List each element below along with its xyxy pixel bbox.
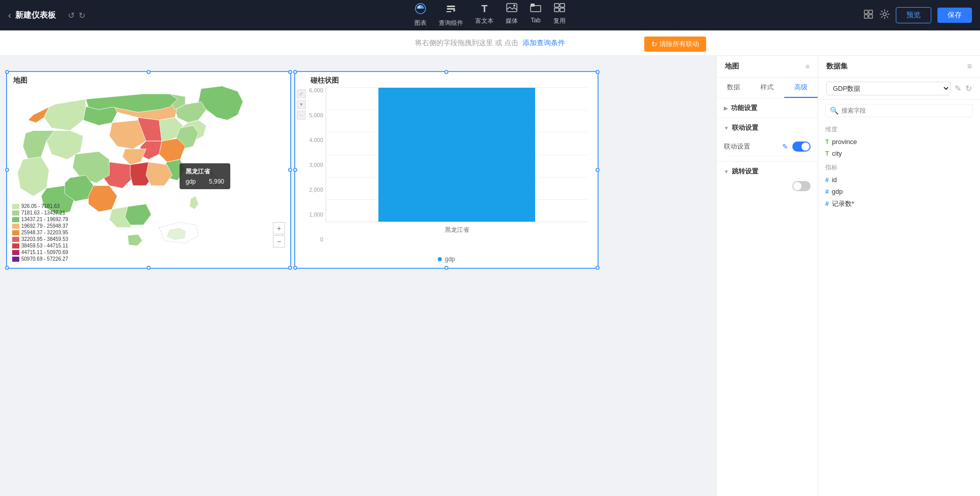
chart-expand-icon[interactable]: ⤢ (297, 89, 306, 98)
preview-button[interactable]: 预览 (896, 7, 931, 23)
jump-settings-toggle[interactable]: ▼ 跳转设置 (724, 167, 811, 176)
tool-chart-label: 图表 (414, 19, 427, 27)
linkage-toggle[interactable] (792, 141, 811, 152)
linkage-row: 联动设置 ✎ (724, 137, 811, 156)
map-zoom-out[interactable]: − (273, 235, 285, 247)
legend-dot-gdp (438, 257, 442, 261)
dataset-selector: GDP数据 ✎ ↻ (818, 78, 980, 100)
tool-query-label: 查询组件 (439, 19, 463, 27)
tool-query[interactable]: 查询组件 (439, 3, 463, 27)
media-icon (506, 3, 517, 15)
add-filter-link[interactable]: 添加查询条件 (522, 39, 565, 48)
field-record-count: # 记录数* (825, 197, 973, 210)
chart-more-icon[interactable]: ··· (297, 111, 306, 120)
reuse-icon (554, 3, 565, 15)
svg-rect-1 (447, 6, 455, 7)
tool-richtext[interactable]: T 富文本 (475, 3, 494, 27)
dataset-panel: 数据集 ≡ GDP数据 ✎ ↻ 🔍 维度 T province T (818, 56, 980, 496)
undo-button[interactable]: ↺ (68, 11, 75, 20)
save-button[interactable]: 保存 (937, 8, 972, 23)
metric-label: 指标 (825, 163, 973, 172)
field-name-count: 记录数* (832, 199, 854, 208)
tab-icon (530, 3, 541, 15)
config-panel-title: 地图 (725, 62, 739, 71)
nav-right-actions: 预览 保存 (863, 7, 972, 23)
tool-tab[interactable]: Tab (530, 3, 541, 27)
jump-settings-section: ▼ 跳转设置 (717, 162, 818, 196)
tooltip-value: 5,990 (209, 178, 224, 185)
field-name-province: province (832, 138, 857, 146)
field-type-T-city: T (825, 150, 829, 157)
jump-toggle-knob (793, 182, 801, 190)
svg-rect-14 (864, 15, 868, 18)
tool-media[interactable]: 媒体 (506, 3, 518, 27)
field-id: # id (825, 174, 973, 186)
svg-rect-4 (507, 4, 517, 12)
richtext-icon: T (481, 3, 487, 15)
page-title: 新建仪表板 (15, 10, 56, 21)
layout-icon-button[interactable] (863, 9, 873, 22)
chart-bar-area: 黑龙江省 (326, 87, 587, 222)
y-label-3000: 3,000 (300, 162, 323, 168)
svg-rect-12 (864, 10, 868, 14)
filter-bar: 将右侧的字段拖拽到这里 或 点击 添加查询条件 ↻ 清除所有联动 (0, 30, 980, 56)
settings-icon-button[interactable] (880, 9, 890, 22)
jump-body (724, 181, 811, 191)
tab-data[interactable]: 数据 (717, 78, 750, 98)
svg-rect-8 (554, 4, 559, 7)
redo-button[interactable]: ↻ (79, 11, 85, 20)
undo-redo-group: ↺ ↻ (68, 11, 85, 20)
field-city: T city (825, 148, 973, 159)
chart-filter-icon[interactable]: ▼ (297, 100, 306, 109)
metric-section: 指标 # id # gdp # 记录数* (818, 161, 980, 212)
linkage-edit-icon[interactable]: ✎ (782, 143, 788, 151)
toolbar: 图表 查询组件 T 富文本 媒体 Tab 复 (414, 3, 566, 27)
tool-reuse[interactable]: 复用 (553, 3, 566, 27)
dataset-refresh-icon[interactable]: ↻ (965, 84, 972, 93)
dataset-panel-header: 数据集 ≡ (818, 56, 980, 78)
dataset-select[interactable]: GDP数据 (826, 82, 951, 95)
linkage-settings-toggle[interactable]: ▼ 联动设置 (724, 123, 811, 132)
map-legend: 926.05 - 7181.63 7181.63 - 13437.21 1343… (12, 203, 68, 263)
y-label-4000: 4,000 (300, 137, 323, 143)
linkage-settings-section: ▼ 联动设置 联动设置 ✎ (717, 118, 818, 162)
config-panel: 地图 ≡ 数据 样式 高级 ▶ 功能设置 ▼ 联动设置 (716, 56, 818, 496)
jump-toggle[interactable] (792, 181, 811, 191)
chart-legend: gdp (438, 256, 455, 263)
svg-rect-10 (554, 8, 559, 12)
map-widget-title: 地图 (13, 76, 27, 85)
field-gdp: # gdp (825, 186, 973, 197)
tab-style[interactable]: 样式 (750, 78, 784, 98)
back-button[interactable]: ‹ (8, 10, 11, 21)
map-zoom-in[interactable]: + (273, 222, 285, 234)
tooltip-province: 黑龙江省 (186, 167, 224, 176)
chart-widget[interactable]: ⤢ ▼ ··· 碰柱状图 6,000 5,000 4,000 3,000 2,0… (294, 71, 599, 269)
tool-tab-label: Tab (531, 17, 540, 24)
tooltip-label: gdp (186, 178, 196, 185)
linkage-controls: ✎ (782, 141, 811, 152)
tab-advanced[interactable]: 高级 (784, 78, 818, 98)
config-menu-icon[interactable]: ≡ (806, 62, 810, 70)
dataset-edit-icon[interactable]: ✎ (955, 84, 961, 93)
clear-linkage-button[interactable]: ↻ 清除所有联动 (644, 37, 706, 52)
search-icon: 🔍 (830, 107, 838, 115)
map-widget[interactable]: 地图 (6, 71, 291, 269)
chevron-down-icon: ▼ (724, 125, 729, 131)
field-search-input[interactable] (842, 107, 968, 114)
field-search-box: 🔍 (825, 104, 973, 117)
map-content: 黑龙江省 gdp 5,990 + − (7, 72, 290, 268)
chart-content: 6,000 5,000 4,000 3,000 2,000 1,000 0 (295, 72, 598, 268)
function-settings-section: ▶ 功能设置 (717, 98, 818, 118)
chart-widget-title: 碰柱状图 (310, 76, 339, 85)
svg-point-5 (513, 5, 515, 7)
filter-bar-container: 将右侧的字段拖拽到这里 或 点击 添加查询条件 ↻ 清除所有联动 (0, 30, 980, 56)
tool-chart[interactable]: 图表 (414, 3, 427, 27)
function-settings-toggle[interactable]: ▶ 功能设置 (724, 103, 811, 113)
query-icon (445, 3, 457, 17)
dataset-menu-icon[interactable]: ≡ (967, 62, 972, 71)
field-search-area: 🔍 (818, 100, 980, 123)
svg-rect-15 (869, 15, 872, 18)
dataset-panel-title: 数据集 (826, 62, 848, 71)
legend-label-gdp: gdp (445, 256, 455, 263)
chart-icon (415, 3, 426, 17)
